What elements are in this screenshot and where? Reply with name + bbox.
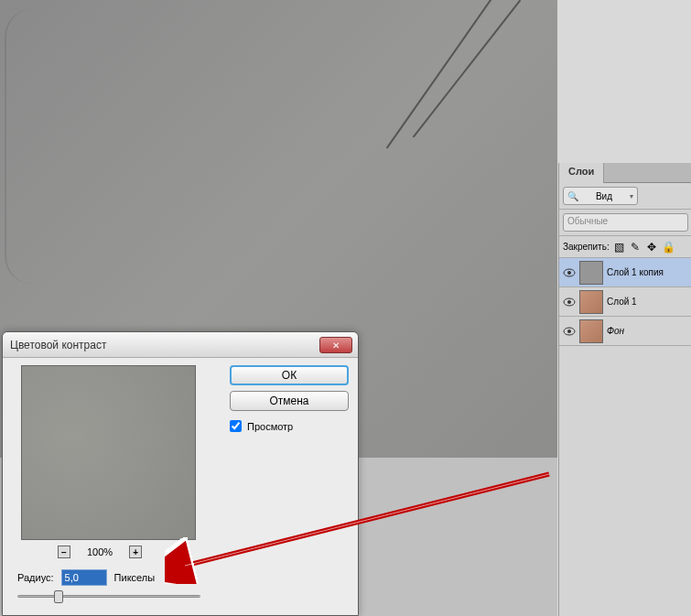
radius-row: Радиус: Пикселы bbox=[17, 569, 155, 586]
visibility-icon[interactable] bbox=[563, 325, 576, 338]
blend-mode-row: Обычные bbox=[559, 210, 691, 236]
layer-name[interactable]: Слой 1 bbox=[607, 297, 637, 307]
close-button[interactable]: ✕ bbox=[319, 337, 352, 353]
lock-label: Закрепить: bbox=[563, 242, 610, 252]
close-icon: ✕ bbox=[332, 340, 340, 351]
zoom-in-button[interactable]: + bbox=[129, 546, 142, 558]
ok-button[interactable]: ОК bbox=[230, 365, 349, 385]
layer-thumbnail[interactable] bbox=[579, 290, 603, 314]
slider-thumb[interactable] bbox=[54, 590, 63, 603]
layer-thumbnail[interactable] bbox=[579, 319, 603, 343]
dialog-buttons: ОК Отмена Просмотр bbox=[230, 365, 349, 432]
face-profile-detail bbox=[5, 9, 78, 357]
layer-item[interactable]: Слой 1 bbox=[559, 287, 691, 317]
lock-row: Закрепить: ▧ ✎ ✥ 🔒 bbox=[559, 236, 691, 258]
layer-filter-row: 🔍 Вид bbox=[559, 183, 691, 210]
panel-tab-row: Слои bbox=[559, 163, 691, 183]
visibility-icon[interactable] bbox=[563, 266, 576, 279]
layer-item[interactable]: Слой 1 копия bbox=[559, 258, 691, 287]
lock-all-icon[interactable]: 🔒 bbox=[662, 240, 675, 254]
dialog-titlebar[interactable]: Цветовой контраст ✕ bbox=[3, 332, 358, 358]
layer-item[interactable]: Фон bbox=[559, 317, 691, 346]
cancel-button[interactable]: Отмена bbox=[230, 391, 349, 411]
layer-thumbnail[interactable] bbox=[579, 261, 603, 285]
dialog-body: − 100% + ОК Отмена Просмотр Радиус: Пикс… bbox=[3, 358, 358, 616]
preview-image bbox=[22, 366, 195, 539]
search-icon: 🔍 bbox=[567, 191, 578, 201]
layer-filter-dropdown[interactable]: 🔍 Вид bbox=[563, 187, 638, 205]
visibility-icon[interactable] bbox=[563, 296, 576, 308]
svg-point-5 bbox=[567, 330, 571, 333]
preview-checkbox-row[interactable]: Просмотр bbox=[230, 420, 349, 432]
radius-label: Радиус: bbox=[17, 572, 54, 583]
dialog-title: Цветовой контраст bbox=[10, 339, 106, 351]
layer-name[interactable]: Слой 1 копия bbox=[607, 267, 664, 277]
preview-checkbox-label: Просмотр bbox=[247, 421, 293, 432]
minus-icon: − bbox=[61, 547, 67, 557]
radius-slider[interactable] bbox=[17, 589, 200, 603]
plus-icon: + bbox=[133, 547, 138, 557]
layers-panel: Слои 🔍 Вид Обычные Закрепить: ▧ ✎ ✥ 🔒 Сл… bbox=[558, 163, 691, 616]
layer-name[interactable]: Фон bbox=[607, 326, 624, 336]
filter-preview[interactable] bbox=[21, 365, 196, 540]
blend-mode-select[interactable]: Обычные bbox=[563, 213, 688, 232]
preview-checkbox[interactable] bbox=[230, 420, 242, 432]
high-pass-dialog: Цветовой контраст ✕ − 100% + ОК Отмена П… bbox=[2, 331, 359, 616]
layer-filter-label: Вид bbox=[596, 191, 612, 201]
svg-point-1 bbox=[567, 271, 571, 275]
zoom-out-button[interactable]: − bbox=[58, 546, 70, 558]
radius-input[interactable] bbox=[61, 569, 107, 586]
hair-detail bbox=[383, 0, 557, 146]
tab-layers[interactable]: Слои bbox=[559, 163, 604, 183]
radius-unit: Пикселы bbox=[114, 572, 156, 583]
lock-transparent-icon[interactable]: ▧ bbox=[612, 240, 626, 254]
lock-position-icon[interactable]: ✥ bbox=[645, 240, 659, 254]
slider-track bbox=[17, 595, 200, 598]
zoom-controls: − 100% + bbox=[58, 546, 142, 558]
lock-brush-icon[interactable]: ✎ bbox=[629, 240, 642, 254]
svg-point-3 bbox=[567, 300, 571, 304]
zoom-percent: 100% bbox=[87, 546, 113, 557]
